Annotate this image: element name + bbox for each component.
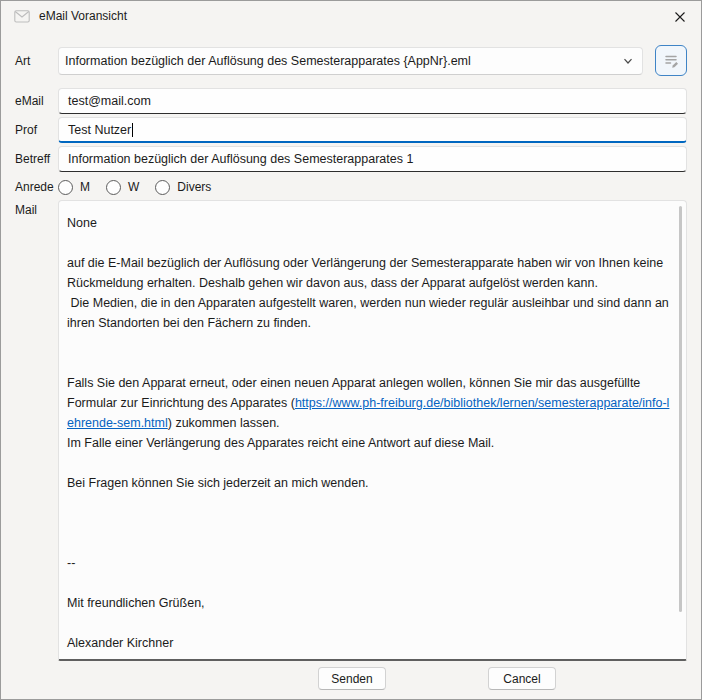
mail-body-text: None auf die E-Mail bezüglich der Auflös… bbox=[59, 201, 686, 653]
anrede-row: Anrede M W Divers bbox=[15, 174, 687, 200]
radio-circle-m bbox=[58, 180, 73, 195]
prof-field-value: Test Nutzer bbox=[68, 123, 131, 137]
art-label: Art bbox=[15, 54, 58, 68]
mail-scrollbar-thumb[interactable] bbox=[679, 206, 682, 612]
betreff-field-value: Information bezüglich der Auflösung des … bbox=[68, 152, 413, 166]
email-preview-dialog: eMail Voransicht Art Information bezügli… bbox=[0, 0, 702, 700]
radio-circle-w bbox=[106, 180, 121, 195]
radio-label-divers: Divers bbox=[177, 180, 211, 194]
mail-body-textarea[interactable]: None auf die E-Mail bezüglich der Auflös… bbox=[58, 200, 687, 661]
text-caret bbox=[132, 123, 133, 137]
close-icon bbox=[674, 11, 686, 23]
mail-text-before-link: None auf die E-Mail bezüglich der Auflös… bbox=[67, 216, 672, 410]
email-label: eMail bbox=[15, 94, 58, 108]
radio-label-m: M bbox=[80, 180, 90, 194]
mail-text-after-link: ) zukommen lassen. Im Falle einer Verlän… bbox=[67, 416, 494, 650]
email-field[interactable]: test@mail.com bbox=[58, 88, 687, 114]
email-field-value: test@mail.com bbox=[68, 94, 151, 108]
edit-template-icon bbox=[663, 52, 680, 69]
betreff-label: Betreff bbox=[15, 152, 58, 166]
title-bar: eMail Voransicht bbox=[1, 1, 701, 31]
prof-label: Prof bbox=[15, 123, 58, 137]
template-combobox[interactable]: Information bezüglich der Auflösung des … bbox=[58, 47, 643, 75]
close-button[interactable] bbox=[669, 7, 691, 27]
envelope-icon bbox=[14, 10, 30, 23]
cancel-button[interactable]: Cancel bbox=[488, 667, 556, 690]
mail-row: Mail None auf die E-Mail bezüglich der A… bbox=[15, 200, 687, 661]
form-area: Art Information bezüglich der Auflösung … bbox=[1, 45, 701, 661]
edit-template-button[interactable] bbox=[655, 45, 687, 76]
send-button[interactable]: Senden bbox=[318, 667, 386, 690]
art-row: Art Information bezüglich der Auflösung … bbox=[15, 45, 687, 76]
radio-anrede-divers[interactable]: Divers bbox=[155, 180, 211, 195]
chevron-down-icon bbox=[622, 55, 634, 67]
email-row: eMail test@mail.com bbox=[15, 88, 687, 114]
radio-label-w: W bbox=[128, 180, 139, 194]
betreff-field[interactable]: Information bezüglich der Auflösung des … bbox=[58, 146, 687, 172]
anrede-label: Anrede bbox=[15, 180, 58, 194]
mail-label: Mail bbox=[15, 200, 58, 217]
radio-anrede-w[interactable]: W bbox=[106, 180, 139, 195]
betreff-row: Betreff Information bezüglich der Auflös… bbox=[15, 146, 687, 172]
prof-row: Prof Test Nutzer bbox=[15, 117, 687, 143]
radio-circle-divers bbox=[155, 180, 170, 195]
template-combobox-value: Information bezüglich der Auflösung des … bbox=[65, 54, 622, 68]
radio-anrede-m[interactable]: M bbox=[58, 180, 90, 195]
prof-field[interactable]: Test Nutzer bbox=[58, 117, 687, 143]
window-title: eMail Voransicht bbox=[39, 9, 127, 23]
footer: Senden Cancel bbox=[1, 667, 702, 691]
